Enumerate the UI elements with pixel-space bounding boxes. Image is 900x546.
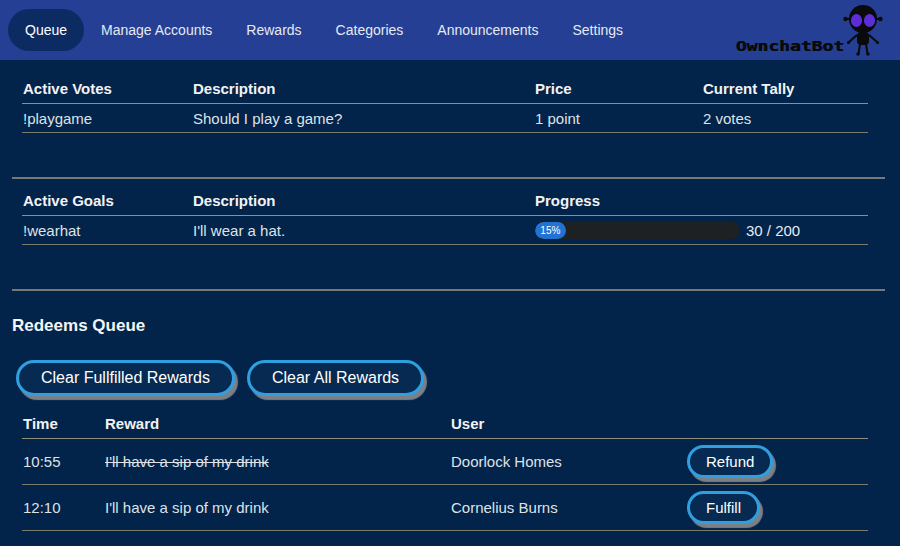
nav-tabs: Queue Manage Accounts Rewards Categories…	[8, 9, 640, 51]
col-header-progress: Progress	[534, 192, 868, 215]
redeem-time: 10:55	[22, 453, 104, 470]
redeem-action-cell: Refund	[686, 445, 868, 478]
tab-manage-accounts[interactable]: Manage Accounts	[84, 9, 229, 51]
clear-all-rewards-button[interactable]: Clear All Rewards	[247, 360, 424, 396]
col-header-user: User	[450, 415, 686, 438]
brand-logo: OwnchatBot	[736, 0, 886, 60]
section-divider	[12, 289, 885, 291]
col-header-action	[686, 432, 868, 438]
goal-description: I'll wear a hat.	[192, 222, 534, 239]
tab-announcements[interactable]: Announcements	[420, 9, 555, 51]
refund-button[interactable]: Refund	[687, 445, 773, 478]
vote-tally: 2 votes	[702, 110, 868, 127]
col-header-description: Description	[192, 80, 534, 103]
goal-command: !wearhat	[22, 222, 192, 239]
redeem-action-cell: Fulfill	[686, 491, 868, 524]
table-row: !playgame Should I play a game? 1 point …	[22, 104, 868, 133]
redeems-queue-title: Redeems Queue	[12, 316, 900, 336]
fulfill-button[interactable]: Fulfill	[687, 491, 760, 524]
active-goals-header-row: Active Goals Description Progress	[22, 190, 868, 216]
robot-mascot-icon	[840, 4, 886, 56]
col-header-active-votes: Active Votes	[22, 80, 192, 103]
progress-value-label: 30 / 200	[746, 222, 800, 239]
goal-progress-cell: 15% 30 / 200	[534, 222, 868, 239]
col-header-price: Price	[534, 80, 702, 103]
progress-bar-track: 15%	[535, 222, 740, 239]
col-header-reward: Reward	[104, 415, 450, 438]
redeem-user: Doorlock Homes	[450, 453, 686, 470]
progress-bar-fill: 15%	[535, 222, 566, 239]
tab-settings[interactable]: Settings	[555, 9, 640, 51]
redeems-table: Time Reward User 10:55 I'll have a sip o…	[22, 412, 868, 531]
tab-rewards[interactable]: Rewards	[229, 9, 318, 51]
section-divider	[12, 177, 885, 179]
col-header-active-goals: Active Goals	[22, 192, 192, 215]
redeems-header-row: Time Reward User	[22, 412, 868, 439]
top-navbar: Queue Manage Accounts Rewards Categories…	[0, 0, 900, 60]
table-row: 12:10 I'll have a sip of my drink Cornel…	[22, 485, 868, 531]
redeem-reward: I'll have a sip of my drink	[104, 453, 450, 470]
vote-command: !playgame	[22, 110, 192, 127]
col-header-current-tally: Current Tally	[702, 80, 868, 103]
table-row: 10:55 I'll have a sip of my drink Doorlo…	[22, 439, 868, 485]
active-goals-table: Active Goals Description Progress !wearh…	[22, 190, 868, 245]
redeem-user: Cornelius Burns	[450, 499, 686, 516]
active-votes-header-row: Active Votes Description Price Current T…	[22, 78, 868, 104]
clear-fulfilled-rewards-button[interactable]: Clear Fullfilled Rewards	[16, 360, 235, 396]
tab-categories[interactable]: Categories	[319, 9, 421, 51]
active-votes-table: Active Votes Description Price Current T…	[22, 78, 868, 133]
vote-price: 1 point	[534, 110, 702, 127]
redeem-time: 12:10	[22, 499, 104, 516]
redeem-reward: I'll have a sip of my drink	[104, 499, 450, 516]
table-row: !wearhat I'll wear a hat. 15% 30 / 200	[22, 216, 868, 245]
logo-text: OwnchatBot	[736, 37, 844, 54]
vote-description: Should I play a game?	[192, 110, 534, 127]
redeems-actions: Clear Fullfilled Rewards Clear All Rewar…	[16, 360, 900, 396]
col-header-description: Description	[192, 192, 534, 215]
tab-queue[interactable]: Queue	[8, 9, 84, 51]
col-header-time: Time	[22, 415, 104, 438]
